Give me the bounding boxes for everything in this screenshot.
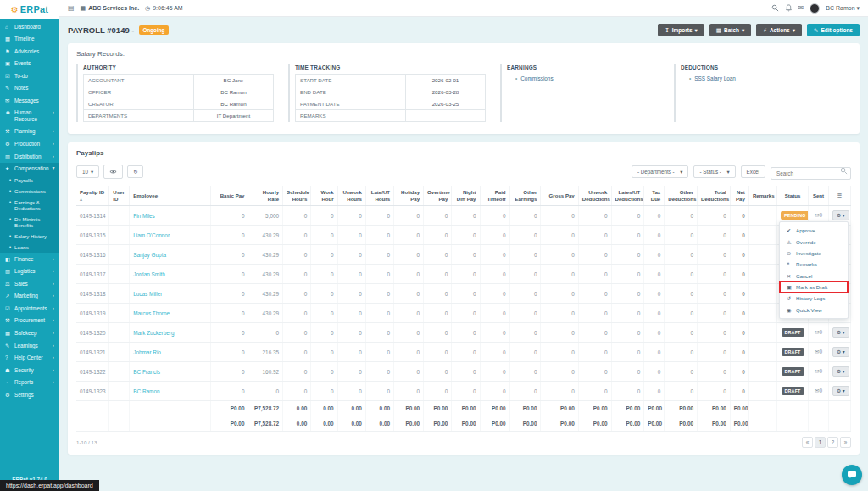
sidebar-item-to-do[interactable]: ☑To-do bbox=[0, 70, 59, 82]
employee-link[interactable]: Lucas Miller bbox=[133, 291, 162, 297]
context-menu-item-investigate[interactable]: ⊙Investigate bbox=[780, 248, 848, 259]
column-header-schedule-hours[interactable]: Schedule Hours bbox=[283, 186, 311, 206]
chat-bubble-button[interactable] bbox=[842, 465, 862, 485]
sidebar-item-advisories[interactable]: ⚑Advisories bbox=[0, 45, 59, 58]
search-icon[interactable] bbox=[771, 4, 779, 12]
sidebar-item-reports[interactable]: ◔Reports› bbox=[0, 377, 59, 389]
sidebar-item-security[interactable]: ☗Security› bbox=[0, 364, 59, 377]
sidebar-subitem-commissions[interactable]: •Commissions bbox=[0, 186, 59, 197]
context-menu-item-quick-view[interactable]: ◉Quick View bbox=[780, 304, 848, 315]
context-menu-item-history-logs[interactable]: ↺History Logs bbox=[780, 293, 848, 304]
employee-link[interactable]: Marcus Thorne bbox=[133, 310, 170, 316]
sidebar-item-safekeep[interactable]: ▦Safekeep› bbox=[0, 326, 59, 339]
sidebar-item-dashboard[interactable]: ⌂Dashboard bbox=[0, 20, 59, 33]
column-header-total-deductions[interactable]: Total Deductions bbox=[698, 186, 731, 206]
page-button-next[interactable]: » bbox=[840, 437, 851, 448]
column-header-paid-timeoff[interactable]: Paid Timeoff bbox=[480, 186, 509, 206]
departments-filter[interactable]: - Departments - ▾ bbox=[632, 165, 688, 178]
sidebar-item-help-center[interactable]: ?Help Center› bbox=[0, 352, 59, 365]
bell-icon[interactable] bbox=[785, 4, 793, 12]
row-actions-button[interactable]: ⚙ ▾ bbox=[832, 386, 849, 396]
user-menu[interactable]: BC Ramon ▾ bbox=[826, 5, 860, 12]
column-menu-icon[interactable]: ☰ bbox=[828, 186, 850, 206]
context-menu-item-override[interactable]: ⚠Override bbox=[780, 236, 848, 247]
sidebar-subitem-loans[interactable]: •Loans bbox=[0, 242, 59, 253]
sidebar-item-logistics[interactable]: ▥Logistics› bbox=[0, 265, 59, 278]
column-header-remarks[interactable]: Remarks bbox=[748, 186, 776, 206]
row-actions-button[interactable]: ⚙ ▾ bbox=[832, 210, 849, 220]
employee-link[interactable]: Johmar Rio bbox=[133, 349, 161, 355]
sidebar-subitem-payrolls[interactable]: •Payrolls bbox=[0, 175, 59, 186]
sidebar-item-distribution[interactable]: ▥Distribution› bbox=[0, 150, 59, 163]
actions-button[interactable]: ⚡Actions▾ bbox=[756, 24, 802, 36]
column-header-work-hour[interactable]: Work Hour bbox=[311, 186, 337, 206]
row-actions-button[interactable]: ⚙ ▾ bbox=[832, 327, 849, 338]
sidebar-item-procurement[interactable]: ⚒Procurement› bbox=[0, 315, 59, 327]
context-menu-item-remarks[interactable]: ❝Remarks bbox=[780, 259, 848, 270]
status-filter[interactable]: - Status - ▾ bbox=[693, 165, 735, 178]
employee-link[interactable]: Sanjay Gupta bbox=[133, 252, 166, 258]
page-button-2[interactable]: 2 bbox=[827, 437, 838, 448]
edit-options-button[interactable]: ✎Edit options bbox=[807, 24, 860, 36]
column-header-hourly-rate[interactable]: Hourly Rate bbox=[248, 186, 283, 206]
column-header-late-ut-hours[interactable]: Late/UT Hours bbox=[365, 186, 393, 206]
column-header-unwork-deductions[interactable]: Unwork Deductions bbox=[578, 186, 611, 206]
column-header-status[interactable]: Status bbox=[777, 186, 809, 206]
apps-grid-icon[interactable]: ▤ bbox=[68, 4, 75, 12]
sidebar-item-human-resource[interactable]: ☻Human Resource› bbox=[0, 107, 59, 126]
imports-button[interactable]: ↧Imports▾ bbox=[658, 24, 704, 36]
sidebar-subitem-earnings-deductions[interactable]: •Earnings & Deductions bbox=[0, 197, 59, 214]
sidebar-item-sales[interactable]: ⚖Sales› bbox=[0, 277, 59, 290]
context-menu-item-mark-as-draft[interactable]: ▣Mark as Draft bbox=[780, 282, 848, 293]
employee-link[interactable]: Liam O'Connor bbox=[133, 232, 170, 238]
column-header-basic-pay[interactable]: Basic Pay bbox=[211, 186, 248, 206]
column-header-other-earnings[interactable]: Other Earnings bbox=[509, 186, 541, 206]
column-header-overtime-pay[interactable]: Overtime Pay bbox=[424, 186, 452, 206]
search-input[interactable] bbox=[771, 167, 851, 180]
employee-link[interactable]: BC Ramon bbox=[133, 388, 159, 394]
employee-link[interactable]: Mark Zuckerberg bbox=[133, 330, 174, 336]
page-size-select[interactable]: 10 ▾ bbox=[76, 165, 99, 178]
sidebar-item-production[interactable]: ⚙Production› bbox=[0, 137, 59, 150]
sidebar-item-compensation[interactable]: ✦Compensation▾ bbox=[0, 163, 59, 176]
column-header-net-pay[interactable]: Net Pay bbox=[730, 186, 748, 206]
row-actions-button[interactable]: ⚙ ▾ bbox=[832, 366, 849, 377]
column-header-user-id[interactable]: User ID bbox=[109, 186, 130, 206]
employee-link[interactable]: Fin Miles bbox=[133, 213, 155, 219]
sidebar-item-timeline[interactable]: ▦Timeline bbox=[0, 33, 59, 46]
sidebar-item-appointments[interactable]: ☑Appointments› bbox=[0, 302, 59, 315]
sidebar-item-messages[interactable]: ✉Messages bbox=[0, 94, 59, 107]
avatar[interactable] bbox=[810, 3, 820, 14]
excel-export-button[interactable]: Excel bbox=[741, 165, 765, 178]
column-header-night-diff-pay[interactable]: Night Diff Pay bbox=[452, 186, 480, 206]
sidebar-item-notes[interactable]: ✎Notes bbox=[0, 82, 59, 95]
app-logo[interactable]: ⚙ ERPat bbox=[0, 0, 59, 19]
column-header-holiday-pay[interactable]: Holiday Pay bbox=[394, 186, 424, 206]
column-header-other-deductions[interactable]: Other Deductions bbox=[665, 186, 698, 206]
sidebar-item-learnings[interactable]: ✎Learnings› bbox=[0, 339, 59, 352]
context-menu-item-approve[interactable]: ✔Approve bbox=[780, 225, 848, 236]
employee-link[interactable]: Jordan Smith bbox=[133, 271, 165, 277]
column-header-gross-pay[interactable]: Gross Pay bbox=[541, 186, 578, 206]
sidebar-item-finance[interactable]: ◧Finance› bbox=[0, 253, 59, 265]
column-header-employee[interactable]: Employee bbox=[130, 186, 211, 206]
column-header-tax-due[interactable]: Tax Due bbox=[644, 186, 665, 206]
sidebar-item-marketing[interactable]: ↗Marketing› bbox=[0, 290, 59, 303]
sidebar-subitem-de-minimis-benefits[interactable]: •De Minimis Benefits bbox=[0, 214, 59, 231]
page-button-1[interactable]: 1 bbox=[815, 437, 826, 448]
row-actions-button[interactable]: ⚙ ▾ bbox=[832, 347, 849, 357]
mail-icon[interactable]: ✉ bbox=[798, 4, 804, 12]
column-header-lates-ut-deductions[interactable]: Lates/UT Deductions bbox=[611, 186, 644, 206]
sidebar-subitem-salary-history[interactable]: •Salary History bbox=[0, 231, 59, 242]
context-menu-item-cancel[interactable]: ✕Cancel bbox=[780, 271, 848, 282]
sidebar-item-settings[interactable]: ⚙Settings bbox=[0, 388, 59, 401]
eye-icon[interactable] bbox=[103, 165, 123, 179]
sidebar-item-planning[interactable]: ⚒Planning› bbox=[0, 126, 59, 138]
column-header-unwork-hours[interactable]: Unwork Hours bbox=[337, 186, 365, 206]
batch-button[interactable]: ▦Batch▾ bbox=[709, 24, 751, 36]
column-header-sent[interactable]: Sent bbox=[809, 186, 829, 206]
sidebar-item-events[interactable]: ▣Events bbox=[0, 58, 59, 70]
refresh-icon[interactable]: ↻ bbox=[127, 165, 143, 178]
page-button-prev[interactable]: « bbox=[802, 437, 813, 448]
employee-link[interactable]: BC Francis bbox=[133, 369, 160, 375]
